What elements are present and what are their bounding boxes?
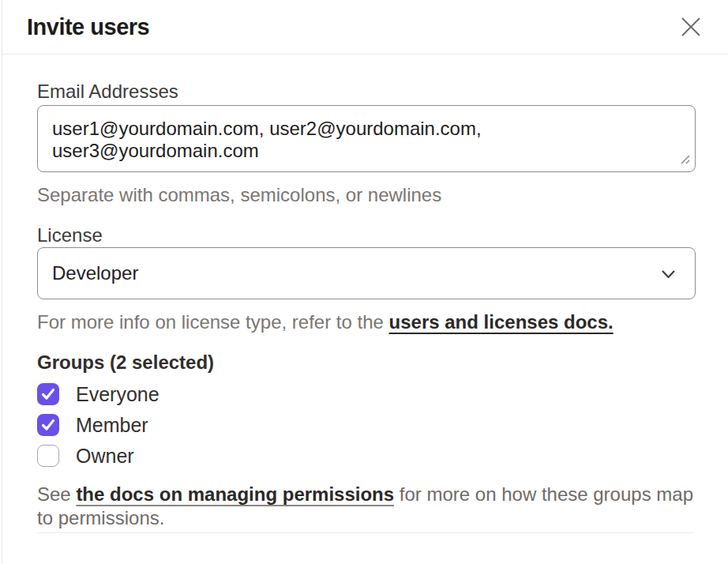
footer-divider [37, 532, 693, 533]
dialog-title: Invite users [27, 14, 149, 40]
group-label: Member [76, 414, 148, 436]
users-licenses-docs-link[interactable]: users and licenses docs. [389, 311, 614, 333]
checkbox-owner[interactable] [37, 445, 59, 467]
license-select[interactable]: Developer [37, 247, 696, 299]
resize-handle-icon[interactable] [680, 153, 690, 167]
chevron-down-icon [662, 270, 675, 279]
groups-label: Groups (2 selected) [37, 351, 693, 374]
email-addresses-input[interactable]: user1@yourdomain.com, user2@yourdomain.c… [37, 105, 696, 172]
license-selected-value: Developer [52, 262, 138, 284]
email-addresses-field-wrap: user1@yourdomain.com, user2@yourdomain.c… [37, 105, 693, 172]
close-button[interactable] [679, 15, 703, 39]
group-row-everyone[interactable]: Everyone [37, 383, 693, 405]
close-icon [681, 17, 701, 37]
checkbox-member[interactable] [37, 414, 59, 436]
checkbox-everyone[interactable] [37, 383, 59, 405]
group-label: Everyone [76, 383, 159, 405]
group-checkbox-list: Everyone Member [37, 383, 693, 467]
license-helper-text: For more info on license type, refer to … [37, 311, 693, 333]
footnote-prefix: See [37, 483, 76, 505]
invite-users-dialog: Invite users Email Addresses user1@yourd… [2, 0, 728, 564]
dialog-header: Invite users [2, 0, 728, 55]
group-row-member[interactable]: Member [37, 414, 693, 436]
license-helper-prefix: For more info on license type, refer to … [37, 311, 389, 333]
email-addresses-label: Email Addresses [37, 80, 693, 103]
license-label: License [37, 224, 693, 247]
email-helper-text: Separate with commas, semicolons, or new… [37, 184, 693, 206]
group-label: Owner [76, 445, 134, 467]
dialog-body: Email Addresses user1@yourdomain.com, us… [2, 55, 728, 564]
groups-footnote: See the docs on managing permissions for… [37, 483, 693, 530]
managing-permissions-docs-link[interactable]: the docs on managing permissions [76, 483, 394, 505]
group-row-owner[interactable]: Owner [37, 445, 693, 467]
